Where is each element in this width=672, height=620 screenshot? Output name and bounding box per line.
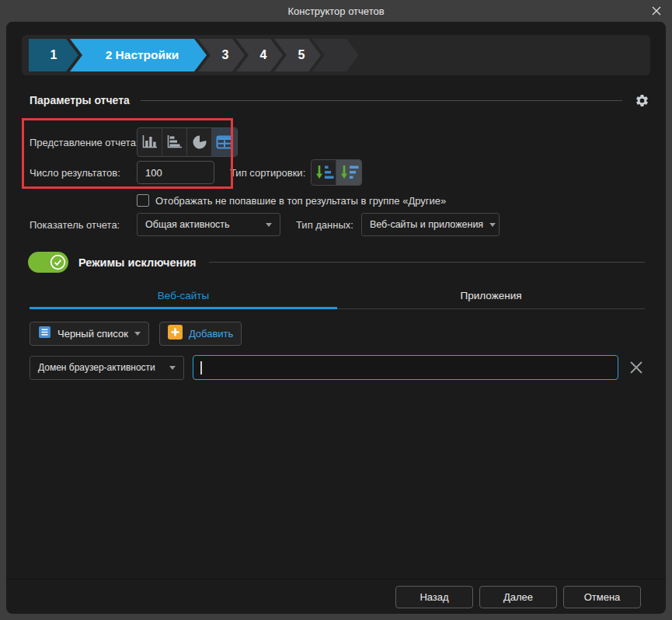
- next-button[interactable]: Далее: [479, 586, 557, 608]
- wizard-steps: 1 2 Настройки 3 4 5: [22, 35, 650, 75]
- datatype-label: Тип данных:: [296, 219, 353, 231]
- wizard-step-2[interactable]: 2 Настройки: [70, 39, 207, 71]
- bar-chart-icon[interactable]: [138, 128, 162, 156]
- list-icon: [38, 326, 51, 342]
- sort-descending-icon[interactable]: [336, 160, 361, 185]
- table-icon[interactable]: [212, 128, 237, 156]
- chevron-down-icon: [169, 366, 176, 370]
- report-view-row: Представление отчета:: [30, 127, 645, 157]
- tab-applications[interactable]: Приложения: [337, 290, 645, 309]
- remove-filter-icon[interactable]: [628, 359, 645, 376]
- filter-type-value: Домен браузер-активности: [38, 362, 155, 373]
- sort-ascending-icon[interactable]: [312, 160, 336, 185]
- chevron-down-icon: [266, 223, 272, 227]
- wizard-step-1[interactable]: 1: [29, 39, 78, 71]
- text-caret: [200, 361, 202, 374]
- back-button[interactable]: Назад: [395, 586, 473, 608]
- results-count-row: Число результатов: Тип сортировки:: [30, 160, 645, 185]
- list-type-value: Черный список: [57, 328, 128, 340]
- exclusion-divider: [209, 262, 645, 263]
- metric-label: Показатель отчета:: [30, 219, 137, 231]
- list-actions-row: Черный список Добавить: [30, 322, 645, 346]
- exclusion-tabs: Веб-сайты Приложения: [30, 290, 645, 309]
- others-checkbox-label: Отображать не попавшие в топ результаты …: [155, 195, 446, 207]
- filter-type-dropdown[interactable]: Домен браузер-активности: [30, 356, 184, 380]
- section-title: Параметры отчета: [30, 94, 130, 106]
- chevron-down-icon: [134, 332, 141, 336]
- tab-websites[interactable]: Веб-сайты: [30, 290, 337, 309]
- dialog-footer: Назад Далее Отмена: [6, 579, 666, 614]
- datatype-dropdown[interactable]: Веб-сайты и приложения: [361, 213, 500, 236]
- report-params-section-header: Параметры отчета: [30, 92, 650, 108]
- metric-value: Общая активность: [145, 219, 230, 230]
- others-checkbox[interactable]: [137, 194, 149, 207]
- exclusion-toggle-row: Режимы исключения: [28, 252, 645, 273]
- filter-value-input[interactable]: [193, 355, 618, 380]
- results-count-input[interactable]: [137, 161, 214, 184]
- section-divider: [141, 100, 622, 101]
- dialog-window: 1 2 Настройки 3 4 5 Параметры отчета Пре…: [6, 22, 666, 614]
- exclusion-toggle-label: Режимы исключения: [78, 256, 197, 269]
- window-title: Конструктор отчетов: [287, 5, 384, 17]
- exclusion-toggle[interactable]: [28, 252, 68, 273]
- list-type-dropdown[interactable]: Черный список: [30, 322, 149, 346]
- sort-type-label: Тип сортировки:: [230, 167, 305, 179]
- gear-icon[interactable]: [633, 92, 650, 109]
- add-button-label: Добавить: [189, 328, 233, 340]
- close-icon[interactable]: [651, 5, 662, 16]
- metric-datatype-row: Показатель отчета: Общая активность Тип …: [30, 213, 645, 236]
- chevron-down-icon: [489, 223, 496, 227]
- report-view-label: Представление отчета:: [30, 137, 137, 148]
- report-view-selector: [137, 127, 238, 157]
- filter-row: Домен браузер-активности: [30, 355, 645, 380]
- plus-icon: [168, 325, 183, 343]
- metric-dropdown[interactable]: Общая активность: [137, 213, 280, 236]
- pie-chart-icon[interactable]: [187, 128, 212, 156]
- datatype-value: Веб-сайты и приложения: [370, 219, 483, 230]
- cancel-button[interactable]: Отмена: [563, 586, 641, 608]
- title-bar: Конструктор отчетов: [0, 0, 672, 22]
- results-count-label: Число результатов:: [30, 167, 137, 179]
- others-checkbox-row: Отображать не попавшие в топ результаты …: [137, 194, 645, 207]
- horizontal-bar-chart-icon[interactable]: [162, 128, 187, 156]
- toggle-check-icon: [50, 254, 66, 273]
- add-button[interactable]: Добавить: [159, 322, 242, 346]
- sort-type-selector: [311, 159, 362, 186]
